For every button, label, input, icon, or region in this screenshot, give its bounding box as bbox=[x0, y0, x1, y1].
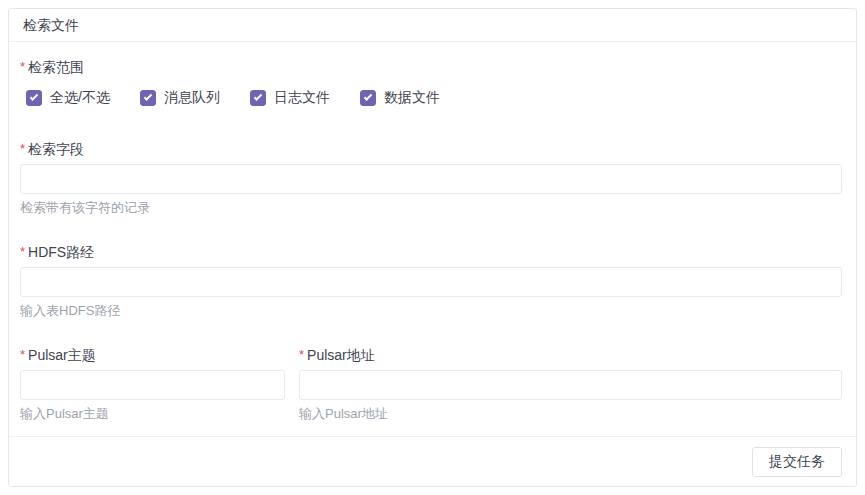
checkmark-icon bbox=[254, 92, 262, 100]
form-item-hdfs-path: *HDFS路经 输入表HDFS路径 bbox=[20, 243, 842, 319]
checkbox-label: 消息队列 bbox=[164, 89, 220, 106]
form-body: *检索范围 全选/不选 消息队列 日志文件 数据文件 bbox=[9, 42, 856, 436]
checkbox-checked-icon[interactable] bbox=[140, 90, 156, 106]
scope-label: *检索范围 bbox=[20, 58, 842, 76]
pulsar-address-hint: 输入Pulsar地址 bbox=[299, 406, 842, 422]
checkbox-data-file[interactable]: 数据文件 bbox=[354, 89, 440, 106]
checkbox-log-file[interactable]: 日志文件 bbox=[244, 89, 330, 106]
scope-label-text: 检索范围 bbox=[28, 59, 84, 75]
search-field-label: *检索字段 bbox=[20, 140, 842, 158]
required-marker: * bbox=[20, 346, 25, 364]
pulsar-topic-label-text: Pulsar主题 bbox=[28, 347, 96, 363]
form-item-pulsar-topic: *Pulsar主题 输入Pulsar主题 bbox=[20, 346, 285, 422]
search-field-label-text: 检索字段 bbox=[28, 141, 84, 157]
checkbox-label: 数据文件 bbox=[384, 89, 440, 106]
pulsar-address-label: *Pulsar地址 bbox=[299, 346, 842, 364]
checkbox-label: 日志文件 bbox=[274, 89, 330, 106]
card-header: 检索文件 bbox=[9, 9, 856, 42]
hdfs-path-label-text: HDFS路经 bbox=[28, 244, 94, 260]
checkbox-label: 全选/不选 bbox=[50, 89, 110, 106]
pulsar-address-label-text: Pulsar地址 bbox=[307, 347, 375, 363]
scope-checkbox-group: 全选/不选 消息队列 日志文件 数据文件 bbox=[20, 89, 842, 106]
hdfs-path-label: *HDFS路经 bbox=[20, 243, 842, 261]
checkmark-icon bbox=[30, 92, 38, 100]
search-field-hint: 检索带有该字符的记录 bbox=[20, 200, 842, 216]
form-item-scope: *检索范围 全选/不选 消息队列 日志文件 数据文件 bbox=[20, 58, 842, 106]
required-marker: * bbox=[20, 140, 25, 158]
hdfs-path-input[interactable] bbox=[20, 267, 842, 297]
hdfs-path-hint: 输入表HDFS路径 bbox=[20, 303, 842, 319]
card-title: 检索文件 bbox=[23, 17, 79, 33]
pulsar-address-input[interactable] bbox=[299, 370, 842, 400]
checkmark-icon bbox=[364, 92, 372, 100]
required-marker: * bbox=[20, 243, 25, 261]
submit-task-button[interactable]: 提交任务 bbox=[752, 447, 842, 477]
pulsar-row: *Pulsar主题 输入Pulsar主题 *Pulsar地址 输入Pulsar地… bbox=[20, 346, 842, 422]
form-item-pulsar-address: *Pulsar地址 输入Pulsar地址 bbox=[299, 346, 842, 422]
checkbox-checked-icon[interactable] bbox=[250, 90, 266, 106]
required-marker: * bbox=[20, 58, 25, 76]
pulsar-topic-input[interactable] bbox=[20, 370, 285, 400]
search-field-input[interactable] bbox=[20, 164, 842, 194]
form-item-search-field: *检索字段 检索带有该字符的记录 bbox=[20, 140, 842, 216]
required-marker: * bbox=[299, 346, 304, 364]
card-footer: 提交任务 bbox=[9, 436, 856, 486]
checkmark-icon bbox=[144, 92, 152, 100]
pulsar-topic-hint: 输入Pulsar主题 bbox=[20, 406, 285, 422]
checkbox-checked-icon[interactable] bbox=[26, 90, 42, 106]
checkbox-select-all[interactable]: 全选/不选 bbox=[20, 89, 110, 106]
pulsar-topic-label: *Pulsar主题 bbox=[20, 346, 285, 364]
search-file-card: 检索文件 *检索范围 全选/不选 消息队列 日志文件 bbox=[8, 8, 857, 487]
checkbox-message-queue[interactable]: 消息队列 bbox=[134, 89, 220, 106]
checkbox-checked-icon[interactable] bbox=[360, 90, 376, 106]
